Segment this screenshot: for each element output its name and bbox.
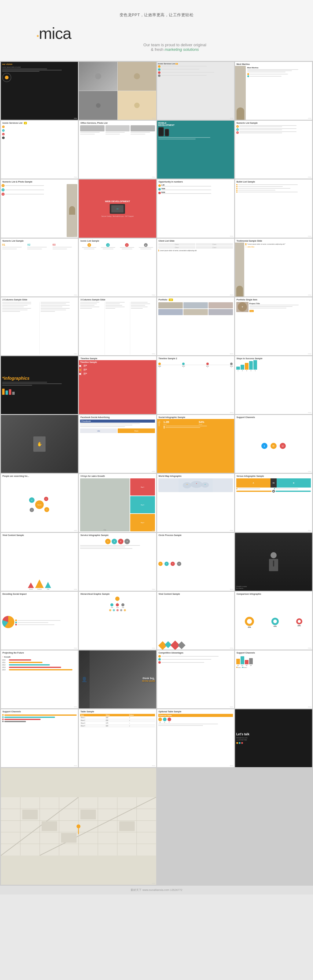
svg-rect-22: [41, 821, 57, 831]
mini-table: Item Value Status Row 1100✓ Row 2250✓ Ro…: [80, 714, 155, 727]
slide-projecting[interactable]: Projecting the Future ↑ Growth 2010 2011…: [1, 651, 78, 708]
mica-brand-46: mica: [152, 765, 155, 767]
decoding-pie-chart: [2, 616, 14, 628]
slide-support-channels2[interactable]: Support Channels Q1 Q2 Q3: [235, 651, 312, 708]
slide-decoding-social[interactable]: Decoding Social Impact: [1, 592, 78, 649]
mica-brand-9: mica: [74, 235, 77, 237]
versus-right: B: [277, 478, 311, 488]
slide-client-list[interactable]: Client List Slide Client Client Client C…: [157, 239, 234, 296]
slide-43-label: Competitive Advantages: [157, 651, 234, 654]
mica-brand-38: mica: [152, 647, 155, 649]
slide-sales-growth[interactable]: 3 Keys for sales Growth City Key 1 Key 2…: [79, 474, 156, 531]
slide-portfolio[interactable]: Portfolio ★★ mica: [157, 298, 234, 355]
slides-grid: our vision Lorem ipsum dolor sit amet mi…: [0, 61, 313, 886]
watermark-area: 素材天下 www.sucaitianxia.com 13526772: [0, 886, 313, 894]
slide-web-development[interactable]: WEB DEVELOPMENT </> Secure Coding We bui…: [79, 180, 156, 237]
slide-steps-success[interactable]: Steps to Success Sample 1 2 3: [235, 356, 312, 414]
slide-map-footer[interactable]: mica: [1, 768, 156, 885]
circle-process-diagram: 1 › 2 › 3 › 4: [158, 562, 181, 566]
slide-timeline2[interactable]: Timeline Sample 2 2008 2010: [157, 356, 234, 414]
slide-versus[interactable]: Versus Infographic Sample A VS B: [235, 474, 312, 531]
slide-table-sample[interactable]: Table Sample Item Value Status Row 1100✓…: [79, 709, 156, 767]
slide-support-channels[interactable]: Support Channels t ✉ ☏ mica: [235, 415, 312, 473]
slide-timeline[interactable]: Timeline Sample Timeline Sample 2010: [79, 356, 156, 414]
svg-point-6: [204, 484, 205, 485]
slide-40-label: Comparison Infographic: [235, 592, 312, 596]
mica-brand-29: mica: [74, 530, 77, 531]
slide-opportunity-numbers[interactable]: Opportunity in numbers 1.2B 750M: [157, 180, 234, 237]
mica-brand-40: mica: [308, 647, 311, 649]
slide-hierarchical[interactable]: Hierarchical Graphic Sample Sub Sub: [79, 592, 156, 649]
slide-11-label: Opportunity in numbers: [157, 180, 234, 183]
phone-icon: ☏: [280, 443, 286, 449]
slide-lets-talk[interactable]: Let's talk hello@mica.com +1 234 567 890: [235, 709, 312, 767]
slide-hand-photo[interactable]: ✋: [1, 415, 78, 473]
mindmap-center: Search: [35, 500, 44, 509]
slide-photo-collage[interactable]: mica: [79, 62, 156, 120]
slide-photo-collage2[interactable]: Iconic Services List ★: [157, 62, 234, 120]
slide-optional-table[interactable]: Optional Table Sample Optional Table A B: [157, 709, 234, 767]
think-big-subtitle: hit the world: [142, 680, 155, 682]
slide-circle-process[interactable]: Circle Process Sample 1 › 2 › 3 › 4 mica: [157, 533, 234, 591]
svg-rect-24: [61, 833, 77, 843]
slide-portfolio-single[interactable]: Portfolio Single Item ? Project Title Vi…: [235, 298, 312, 355]
slide-viral-content2[interactable]: Viral Content Sample mica: [157, 592, 234, 649]
slide-numeric-list[interactable]: Numeric List Sample 01 02: [235, 121, 312, 178]
mica-brand-28: mica: [308, 470, 311, 472]
slide-meet-martina[interactable]: Meet Martina Meet Martina: [235, 62, 312, 120]
slide-person-tie[interactable]: Growth is never by chance...: [235, 533, 312, 591]
slide-office-services[interactable]: Office Services, Photo List: [79, 121, 156, 178]
slide-support-channels3[interactable]: Support Channels: [1, 709, 78, 767]
mica-brand-43: mica: [230, 706, 233, 708]
slide-bullet-list[interactable]: Bullet List Sample: [235, 180, 312, 237]
mica-brand-12: mica: [308, 235, 311, 237]
slide-testimonial[interactable]: Testimonial Sample Slide "Lorem ipsum do…: [235, 239, 312, 296]
slide-26-label: Facebook Social Advertising: [79, 415, 156, 419]
slide-iconic-list[interactable]: Iconic List Sample ★ ● ♦: [79, 239, 156, 296]
slide-5-label: Iconic Services List ★: [1, 121, 78, 125]
slide-numeric-photo[interactable]: Numeric List & Photo Sample 1 2 3: [1, 180, 78, 237]
slide-infographics-dark[interactable]: *infographics: [1, 356, 78, 414]
svg-point-2: [190, 481, 202, 488]
slide-4-label: Meet Martina: [235, 62, 312, 66]
slide-13-label: Numeric List Sample: [1, 239, 78, 243]
slide-22-label: Timeline Sample: [79, 356, 156, 360]
slide-social-infographic[interactable]: Social Infographic Sample f 1.2B Users 5…: [157, 415, 234, 473]
person-tie-caption: Growth is never: [236, 585, 247, 587]
service-circles: 1 2 3 4: [80, 539, 155, 544]
slide-viral-content[interactable]: Viral Content Sample Social Content Vira…: [1, 533, 78, 591]
slide-facebook-social[interactable]: Facebook Social Advertising f Facebook L…: [79, 415, 156, 473]
slide-iconic-services[interactable]: Iconic Services List ★ 1 2: [1, 121, 78, 178]
portfolio-single-title: Project Title: [250, 302, 311, 304]
slide-competitive[interactable]: Competitive Advantages: [157, 651, 234, 708]
slide-37-label: Decoding Social Impact: [1, 592, 78, 596]
timeline-title: Timeline Sample: [80, 361, 155, 363]
mica-brand-30: mica: [152, 530, 155, 531]
slide-our-vision[interactable]: our vision Lorem ipsum dolor sit amet mi…: [1, 62, 78, 120]
slide-service-infographic[interactable]: Service Infographic Sample 1 2 3 4 mica: [79, 533, 156, 591]
mica-brand-33: mica: [74, 588, 77, 590]
slide-numeric-list2[interactable]: Numeric List Sample 01 02 03: [1, 239, 78, 296]
mica-brand-49: mica: [152, 882, 155, 884]
slide-comparison[interactable]: Comparison Infographic 65% 43% 28% mica: [235, 592, 312, 649]
tagline-line2: & fresh marketing solutions: [37, 47, 313, 52]
mica-brand-20: mica: [308, 353, 311, 355]
slide-34-label: Service Infographic Sample: [79, 533, 156, 537]
optional-table-header: Optional Table: [158, 714, 233, 717]
mica-brand-23: mica: [230, 412, 233, 414]
slide-28-label: Support Channels: [235, 415, 312, 419]
slide-8-label: Numeric List Sample: [235, 121, 312, 125]
mica-brand-3: mica: [230, 117, 233, 119]
mica-brand-6: mica: [152, 176, 155, 178]
mica-brand-18: mica: [152, 353, 155, 355]
slide-two-columns[interactable]: 2 Columns Sample Slide: [1, 298, 78, 355]
slide-think-big[interactable]: think big, hit the world 👤: [79, 651, 156, 708]
slide-people-searching[interactable]: People are searching for... Search A B C…: [1, 474, 78, 531]
slide-world-map[interactable]: World Map Infographic mica: [157, 474, 234, 531]
lets-talk-phone: +1 234 567 890: [236, 739, 311, 741]
slide-1-label: our vision: [2, 63, 77, 65]
slide-three-columns[interactable]: 3 Columns Sample Slide: [79, 298, 156, 355]
slide-mobile-development[interactable]: MOBILEDEVELOPMENT: [157, 121, 234, 178]
logo-star: *: [37, 34, 39, 40]
client-quote: Lorem ipsum dolor sit amet, consectetur …: [158, 250, 233, 251]
